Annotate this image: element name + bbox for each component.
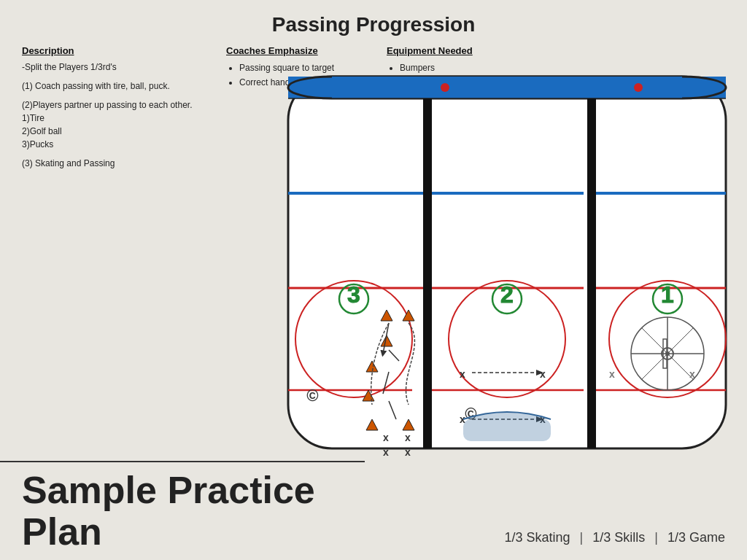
svg-point-4 (634, 83, 643, 92)
svg-text:©: © (306, 386, 319, 405)
page-title: Passing Progression (0, 0, 747, 45)
svg-rect-56 (463, 419, 551, 441)
desc-line-4: (3) Skating and Passing (22, 157, 212, 170)
svg-text:x: x (609, 368, 615, 380)
subtitle-game: 1/3 Game (667, 530, 725, 545)
subtitle-skills: 1/3 Skills (592, 530, 645, 545)
subtitle-skating: 1/3 Skating (504, 530, 570, 545)
svg-text:x: x (383, 432, 389, 443)
coaches-label: Coaches Emphasize (226, 45, 372, 56)
sep1: | (580, 530, 584, 545)
rink-diagram: 3 2 1 © © x x x x x x (281, 69, 733, 456)
bottom-title-line1: Sample Practice (22, 469, 315, 511)
svg-rect-0 (288, 77, 726, 448)
svg-text:x: x (383, 446, 389, 456)
bottom-section: Sample Practice Plan (0, 461, 365, 560)
svg-text:x: x (460, 368, 465, 380)
desc-line-3: (2)Players partner up passing to each ot… (22, 98, 212, 151)
bottom-title-line2: Plan (22, 510, 102, 553)
svg-rect-5 (423, 98, 432, 448)
svg-text:x: x (405, 446, 411, 456)
svg-text:x: x (689, 368, 695, 380)
sep2: | (654, 530, 658, 545)
desc-line-2: (1) Coach passing with tire, ball, puck. (22, 79, 212, 93)
description-label: Description (22, 45, 212, 56)
desc-line-1: -Split the Players 1/3rd's (22, 61, 212, 74)
bottom-title: Sample Practice Plan (22, 470, 343, 553)
svg-text:x: x (540, 368, 546, 380)
equipment-label: Equipment Needed (387, 45, 533, 56)
svg-point-3 (441, 83, 449, 92)
bottom-subtitle: 1/3 Skating | 1/3 Skills | 1/3 Game (504, 530, 725, 545)
svg-text:x: x (405, 432, 411, 443)
svg-rect-6 (587, 98, 596, 448)
svg-point-33 (665, 351, 670, 356)
